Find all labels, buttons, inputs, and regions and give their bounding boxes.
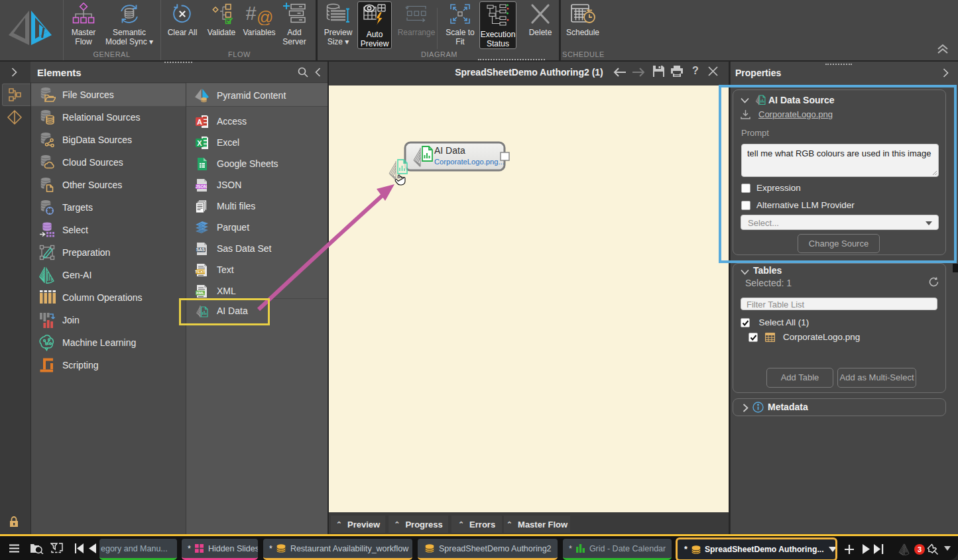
- svg-text:TEXT: TEXT: [195, 269, 206, 274]
- svg-text:@: @: [257, 8, 272, 25]
- svg-text:CorporateLogo.png...: CorporateLogo.png...: [434, 158, 505, 166]
- svg-text:AI Data: AI Data: [434, 145, 465, 156]
- svg-text:X: X: [197, 139, 202, 146]
- svg-text:XML: XML: [196, 290, 204, 295]
- svg-text:A: A: [197, 117, 202, 125]
- svg-text:SAS: SAS: [196, 247, 206, 252]
- svg-text:#: #: [246, 3, 257, 24]
- svg-text:JSON: JSON: [196, 184, 208, 188]
